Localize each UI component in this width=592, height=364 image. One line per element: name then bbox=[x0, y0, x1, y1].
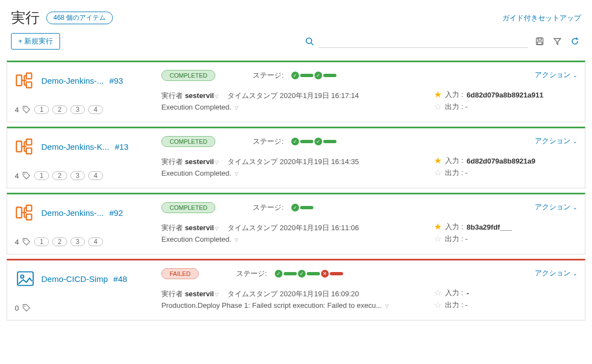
tag-badge[interactable]: 3 bbox=[70, 105, 85, 114]
execution-name-link[interactable]: Demo-Jenkins-... bbox=[41, 76, 104, 85]
stage-indicator: ✓✓ bbox=[291, 138, 336, 145]
svg-point-31 bbox=[24, 306, 25, 307]
svg-rect-13 bbox=[17, 142, 21, 152]
svg-rect-4 bbox=[537, 42, 542, 45]
tag-badge[interactable]: 2 bbox=[52, 171, 67, 180]
stage-label: ステージ: bbox=[236, 269, 267, 279]
search-icon[interactable] bbox=[303, 35, 316, 47]
tag-count: 4 bbox=[15, 238, 19, 246]
execution-name-link[interactable]: Demo-Jenkins-K... bbox=[41, 142, 109, 151]
svg-rect-5 bbox=[17, 75, 21, 86]
tag-icon bbox=[22, 237, 31, 246]
timestamp-label: タイムスタンプ 2020年1月19日 16:17:14 bbox=[227, 91, 359, 101]
execution-card: Demo-CICD-Simp#480FAILEDステージ:✓✓✕実行者 sest… bbox=[7, 259, 585, 320]
svg-rect-3 bbox=[538, 38, 541, 40]
tag-badge[interactable]: 3 bbox=[70, 171, 85, 180]
svg-rect-7 bbox=[26, 73, 32, 79]
filter-icon[interactable] bbox=[551, 35, 563, 47]
save-icon[interactable] bbox=[534, 35, 546, 47]
executor-label: 実行者 sestervil▽ bbox=[161, 289, 219, 299]
execution-description: Execution Completed. ▽ bbox=[161, 169, 425, 177]
stage-indicator: ✓✓ bbox=[291, 72, 336, 79]
star-icon[interactable]: ☆ bbox=[434, 102, 442, 111]
svg-rect-8 bbox=[26, 82, 32, 88]
execution-name-link[interactable]: Demo-Jenkins-... bbox=[41, 208, 104, 218]
timestamp-label: タイムスタンプ 2020年1月19日 16:14:35 bbox=[227, 157, 359, 167]
tag-icon bbox=[22, 303, 31, 312]
stage-indicator: ✓ bbox=[291, 204, 313, 211]
tag-badge[interactable]: 4 bbox=[88, 237, 103, 246]
execution-card: Demo-Jenkins-...#9341234COMPLETEDステージ:✓✓… bbox=[7, 61, 585, 122]
actions-menu[interactable]: アクション ⌄ bbox=[434, 70, 577, 80]
execution-card: Demo-Jenkins-K...#1341234COMPLETEDステージ:✓… bbox=[7, 127, 585, 188]
star-icon[interactable]: ☆ bbox=[434, 301, 442, 309]
tag-count: 4 bbox=[15, 172, 19, 180]
timestamp-label: タイムスタンプ 2020年1月19日 16:09:20 bbox=[227, 289, 359, 299]
tag-badge[interactable]: 2 bbox=[52, 237, 67, 246]
star-icon[interactable]: ★ bbox=[434, 222, 442, 231]
tag-badge[interactable]: 4 bbox=[88, 105, 103, 114]
tag-badge[interactable]: 1 bbox=[34, 171, 49, 180]
svg-rect-15 bbox=[26, 139, 32, 145]
input-line: ★ 入力 : 6d82d079a8b8921a911 bbox=[434, 90, 577, 100]
executor-label: 実行者 sestervil▽ bbox=[161, 157, 219, 167]
execution-name-link[interactable]: Demo-CICD-Simp bbox=[41, 274, 108, 284]
output-line: ☆ 出力 : - bbox=[434, 300, 577, 310]
execution-number[interactable]: #92 bbox=[109, 208, 123, 218]
svg-rect-24 bbox=[26, 214, 32, 220]
actions-menu[interactable]: アクション ⌄ bbox=[434, 202, 577, 212]
output-line: ☆ 出力 : - bbox=[434, 102, 577, 112]
svg-rect-16 bbox=[26, 148, 32, 154]
page-title: 実行 bbox=[11, 8, 40, 28]
output-line: ☆ 出力 : - bbox=[434, 168, 577, 178]
star-icon[interactable]: ★ bbox=[434, 90, 442, 99]
guided-setup-link[interactable]: ガイド付きセットアップ bbox=[502, 13, 581, 23]
tag-count: 0 bbox=[15, 304, 19, 312]
tag-badge[interactable]: 1 bbox=[34, 237, 49, 246]
execution-description: Execution Completed. ▽ bbox=[161, 103, 425, 111]
star-icon[interactable]: ★ bbox=[434, 156, 442, 165]
stage-label: ステージ: bbox=[253, 70, 284, 80]
tag-icon bbox=[22, 105, 31, 114]
svg-point-28 bbox=[24, 240, 25, 241]
stage-label: ステージ: bbox=[253, 203, 284, 213]
status-badge: COMPLETED bbox=[161, 202, 215, 213]
svg-point-30 bbox=[20, 275, 24, 278]
item-count-badge[interactable]: 468 個のアイテム bbox=[46, 12, 113, 24]
star-icon[interactable]: ☆ bbox=[434, 289, 442, 297]
tag-badge[interactable]: 4 bbox=[88, 171, 103, 180]
svg-rect-23 bbox=[26, 205, 32, 211]
execution-number[interactable]: #93 bbox=[109, 76, 123, 85]
input-line: ☆ 入力 : - bbox=[434, 288, 577, 298]
svg-point-20 bbox=[24, 173, 25, 175]
star-icon[interactable]: ☆ bbox=[434, 235, 442, 243]
new-execution-button[interactable]: + 新規実行 bbox=[11, 33, 60, 50]
execution-number[interactable]: #13 bbox=[115, 142, 128, 151]
search-wrap bbox=[303, 35, 528, 48]
tag-badge[interactable]: 1 bbox=[34, 105, 49, 114]
pipeline-icon bbox=[15, 202, 36, 223]
execution-description: Execution Completed. ▽ bbox=[161, 235, 425, 243]
execution-description: Production.Deploy Phase 1: Failed script… bbox=[161, 301, 425, 309]
actions-menu[interactable]: アクション ⌄ bbox=[434, 268, 577, 278]
tag-count: 4 bbox=[15, 106, 19, 114]
input-line: ★ 入力 : 6d82d079a8b8921a9 bbox=[434, 156, 577, 166]
stage-indicator: ✓✓✕ bbox=[275, 270, 343, 278]
svg-point-12 bbox=[24, 107, 25, 108]
execution-card: Demo-Jenkins-...#9241234COMPLETEDステージ:✓実… bbox=[7, 193, 585, 254]
execution-number[interactable]: #48 bbox=[113, 274, 127, 284]
star-icon[interactable]: ☆ bbox=[434, 169, 442, 177]
refresh-icon[interactable] bbox=[569, 35, 581, 47]
tag-badge[interactable]: 3 bbox=[70, 237, 85, 246]
search-input[interactable] bbox=[319, 35, 528, 48]
stage-label: ステージ: bbox=[253, 137, 284, 146]
svg-line-1 bbox=[311, 43, 313, 45]
executor-label: 実行者 sestervil▽ bbox=[161, 223, 219, 233]
input-line: ★ 入力 : 8b3a29fdf___ bbox=[434, 222, 577, 232]
actions-menu[interactable]: アクション ⌄ bbox=[434, 136, 577, 146]
status-badge: COMPLETED bbox=[161, 136, 215, 147]
tag-badge[interactable]: 2 bbox=[52, 105, 67, 114]
tag-icon bbox=[22, 171, 31, 180]
page-header: 実行 468 個のアイテム ガイド付きセットアップ bbox=[0, 0, 592, 33]
timestamp-label: タイムスタンプ 2020年1月19日 16:11:06 bbox=[227, 223, 359, 233]
